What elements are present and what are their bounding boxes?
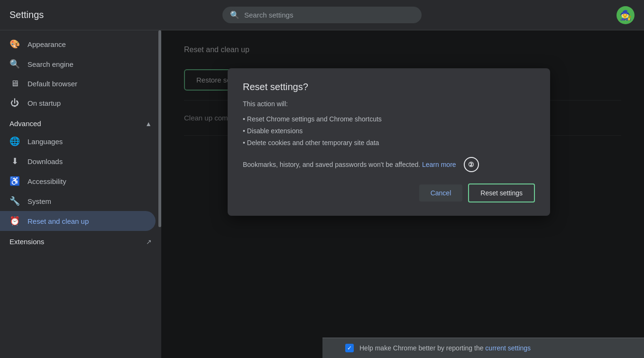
sidebar-item-accessibility[interactable]: ♿ Accessibility (0, 171, 156, 191)
search-engine-icon: 🔍 (9, 59, 20, 69)
dialog-overlay: Reset settings? This action will: • Rese… (161, 30, 644, 358)
sidebar-item-default-browser[interactable]: 🖥 Default browser (0, 74, 156, 93)
dialog-list-item-1: • Reset Chrome settings and Chrome short… (243, 113, 535, 125)
extensions-section-header[interactable]: Extensions ↗ (0, 231, 161, 249)
extensions-label: Extensions (9, 238, 44, 246)
footer-bar: ✓ Help make Chrome better by reporting t… (322, 338, 644, 358)
reset-icon: ⏰ (9, 216, 20, 226)
sidebar-item-search-engine[interactable]: 🔍 Search engine (0, 54, 156, 74)
sidebar-item-reset[interactable]: ⏰ Reset and clean up (0, 211, 156, 231)
sidebar-item-languages[interactable]: 🌐 Languages (0, 131, 156, 151)
on-startup-icon: ⏻ (9, 98, 20, 108)
dialog-note-text: Bookmarks, history, and saved passwords … (243, 161, 420, 168)
sidebar-item-on-startup[interactable]: ⏻ On startup (0, 93, 156, 113)
sidebar-item-default-browser-label: Default browser (28, 80, 77, 88)
advanced-chevron-icon: ▲ (145, 120, 152, 128)
checkmark-icon: ✓ (347, 345, 352, 351)
dialog-note: Bookmarks, history, and saved passwords … (243, 157, 535, 172)
checkbox-checked[interactable]: ✓ (345, 344, 354, 352)
sidebar: 🎨 Appearance 🔍 Search engine 🖥 Default b… (0, 30, 161, 358)
footer-text-prefix: Help make Chrome better by reporting the (359, 344, 483, 352)
dialog-list-item-2: • Disable extensions (243, 125, 535, 137)
header: Settings 🔍 🧙 (0, 0, 644, 30)
search-icon: 🔍 (230, 10, 239, 19)
reset-settings-button[interactable]: Reset settings (468, 184, 535, 202)
main-content: Reset and clean up Restore settings to t… (161, 30, 644, 358)
sidebar-item-system[interactable]: 🔧 System (0, 191, 156, 211)
appearance-icon: 🎨 (9, 39, 20, 49)
sidebar-item-on-startup-label: On startup (28, 99, 61, 107)
dialog-title: Reset settings? (243, 82, 535, 92)
dialog-list: • Reset Chrome settings and Chrome short… (243, 113, 535, 149)
learn-more-link[interactable]: Learn more (422, 161, 456, 168)
sidebar-item-languages-label: Languages (28, 138, 63, 146)
settings-title: Settings (9, 9, 85, 20)
search-bar[interactable]: 🔍 (222, 7, 422, 23)
dialog-subtitle: This action will: (243, 100, 535, 108)
external-link-icon: ↗ (146, 238, 152, 246)
languages-icon: 🌐 (9, 136, 20, 147)
default-browser-icon: 🖥 (9, 79, 20, 89)
current-settings-link[interactable]: current settings (485, 344, 531, 352)
sidebar-item-downloads[interactable]: ⬇ Downloads (0, 151, 156, 171)
avatar: 🧙 (616, 6, 635, 24)
footer-text: Help make Chrome better by reporting the… (359, 344, 531, 352)
advanced-label: Advanced (9, 119, 41, 128)
accessibility-icon: ♿ (9, 176, 20, 186)
system-icon: 🔧 (9, 196, 20, 206)
sidebar-item-accessibility-label: Accessibility (28, 177, 66, 185)
checkbox-wrap[interactable]: ✓ Help make Chrome better by reporting t… (345, 344, 531, 352)
sidebar-item-downloads-label: Downloads (28, 157, 63, 165)
sidebar-item-appearance-label: Appearance (28, 40, 66, 48)
search-input[interactable] (244, 11, 414, 19)
cancel-button[interactable]: Cancel (419, 184, 463, 202)
sidebar-item-reset-label: Reset and clean up (28, 217, 89, 225)
sidebar-item-appearance[interactable]: 🎨 Appearance (0, 34, 156, 54)
advanced-section-header[interactable]: Advanced ▲ (0, 113, 161, 131)
main-layout: 🎨 Appearance 🔍 Search engine 🖥 Default b… (0, 30, 644, 358)
dialog-actions: Cancel Reset settings (243, 184, 535, 202)
dialog-list-item-3: • Delete cookies and other temporary sit… (243, 137, 535, 149)
sidebar-item-search-engine-label: Search engine (28, 60, 74, 68)
avatar-area: 🧙 (616, 6, 635, 24)
downloads-icon: ⬇ (9, 156, 20, 166)
sidebar-item-system-label: System (28, 197, 51, 205)
reset-dialog: Reset settings? This action will: • Rese… (228, 68, 550, 216)
step2-badge: ② (464, 157, 479, 172)
